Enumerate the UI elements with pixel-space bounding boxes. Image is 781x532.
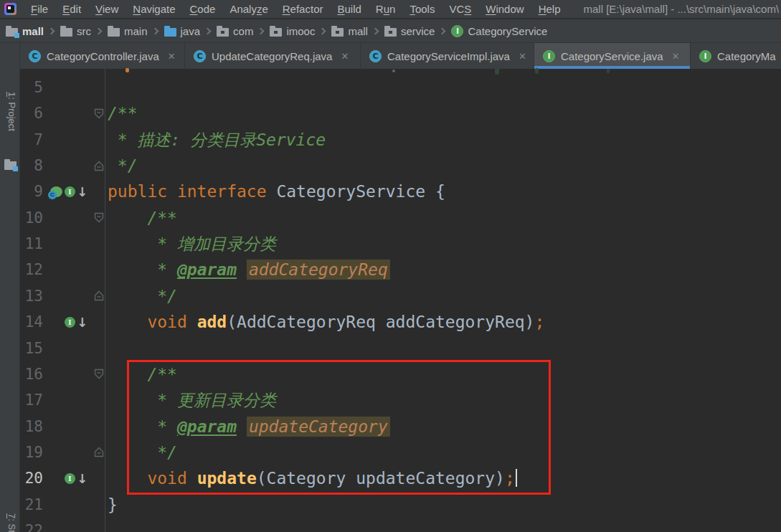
tab-categoryservice-java[interactable]: ICategoryService.java✕	[534, 43, 691, 69]
editor-line-6: 6/**	[20, 100, 781, 127]
menu-code[interactable]: Code	[183, 3, 223, 15]
code-text: void add(AddCategoryReq addCategoryReq);	[108, 309, 781, 335]
tool-window-button-structure[interactable]: 7: Structure	[6, 513, 17, 532]
source-folder-icon	[164, 28, 176, 37]
breadcrumb-item-main[interactable]: main	[108, 25, 148, 37]
line-number[interactable]: 7	[23, 127, 43, 153]
line-number[interactable]: 15	[23, 336, 43, 361]
line-number[interactable]: 10	[23, 205, 43, 231]
tab-categoryma[interactable]: ICategoryMa	[691, 43, 781, 69]
breadcrumb: mallsrcmainjavacomimoocmallserviceICateg…	[0, 19, 781, 43]
implemented-gutter-icon[interactable]: I↓	[65, 317, 87, 328]
interface-implemented-gutter-icon[interactable]: CI↓	[50, 186, 87, 197]
menu-help[interactable]: Help	[531, 3, 568, 15]
tab-label: CategoryService.java	[561, 50, 663, 62]
line-number[interactable]: 16	[23, 361, 43, 387]
menu-analyze[interactable]: Analyze	[222, 3, 275, 15]
menu-refactor[interactable]: Refactor	[275, 3, 331, 15]
line-number[interactable]: 9	[23, 179, 43, 204]
line-number[interactable]: 12	[23, 257, 43, 282]
interface-icon: I	[451, 25, 463, 37]
partial-line-artifact	[126, 68, 129, 72]
breadcrumb-label: mall	[22, 25, 44, 37]
menu-run[interactable]: Run	[369, 3, 403, 15]
tab-close-icon[interactable]: ✕	[517, 51, 528, 62]
tab-close-icon[interactable]: ✕	[166, 51, 177, 62]
line-number[interactable]: 20	[23, 465, 43, 491]
menu-bar: FileEditViewNavigateCodeAnalyzeRefactorB…	[0, 0, 781, 19]
code-text: */	[108, 440, 781, 465]
fold-marker-up-icon[interactable]	[93, 153, 105, 179]
editor-line-8: 8 */	[20, 153, 781, 179]
tab-categoryserviceimpl-java[interactable]: CCategoryServiceImpl.java✕	[361, 43, 534, 69]
editor-line-17: 17 * 更新目录分类	[20, 387, 781, 414]
code-text: /**	[108, 100, 781, 126]
menu-edit[interactable]: Edit	[55, 3, 88, 15]
ide-window: FileEditViewNavigateCodeAnalyzeRefactorB…	[0, 0, 781, 532]
line-number[interactable]: 14	[23, 309, 43, 335]
tab-label: CategoryController.java	[47, 50, 159, 62]
line-number[interactable]: 5	[23, 75, 43, 100]
code-text: */	[108, 283, 781, 309]
menu-vcs[interactable]: VCS	[442, 3, 478, 15]
tab-label: CategoryMa	[717, 50, 776, 62]
breadcrumb-item-mall[interactable]: mall	[6, 25, 44, 37]
breadcrumb-item-com[interactable]: com	[217, 25, 253, 37]
editor-tab-bar: CCategoryController.java✕CUpdateCategory…	[20, 43, 781, 69]
line-number[interactable]: 17	[23, 387, 43, 413]
line-number[interactable]: 13	[23, 283, 43, 309]
menu-view[interactable]: View	[88, 3, 126, 15]
code-editor[interactable]: 56/**7 * 描述: 分类目录Service8 */9CI↓public i…	[20, 69, 781, 532]
menu-tools[interactable]: Tools	[402, 3, 442, 15]
class-badge-icon: C	[48, 191, 57, 199]
breadcrumb-item-imooc[interactable]: imooc	[270, 25, 315, 37]
tab-close-icon[interactable]: ✕	[339, 51, 350, 62]
breadcrumb-item-mall[interactable]: mall	[331, 25, 368, 37]
tool-window-button-project[interactable]: 1: Project	[6, 92, 17, 131]
line-number[interactable]: 19	[23, 440, 43, 465]
breadcrumb-item-CategoryService[interactable]: ICategoryService	[451, 25, 547, 37]
code-text: }	[108, 492, 781, 518]
menu-build[interactable]: Build	[330, 3, 368, 15]
breadcrumb-item-service[interactable]: service	[384, 25, 435, 37]
line-number[interactable]: 18	[23, 414, 43, 440]
breadcrumb-label: imooc	[286, 25, 315, 37]
implemented-gutter-icon[interactable]: I↓	[65, 473, 87, 484]
breadcrumb-separator-icon	[439, 27, 446, 34]
line-number[interactable]: 11	[23, 231, 43, 257]
breadcrumb-label: CategoryService	[468, 25, 547, 37]
project-folder-icon[interactable]	[4, 161, 16, 170]
line-number[interactable]: 6	[23, 100, 43, 126]
fold-marker-up-icon[interactable]	[93, 440, 105, 465]
fold-marker-down-icon[interactable]	[93, 100, 105, 126]
tab-categorycontroller-java[interactable]: CCategoryController.java✕	[20, 43, 185, 69]
folder-folder-icon	[60, 28, 72, 37]
tab-label: CategoryServiceImpl.java	[387, 50, 510, 62]
line-number[interactable]: 22	[23, 518, 43, 532]
tab-updatecategoryreq-java[interactable]: CUpdateCategoryReq.java✕	[185, 43, 361, 69]
implemented-gutter-icon[interactable]: I↓	[65, 186, 87, 197]
editor-line-14: 14I↓ void add(AddCategoryReq addCategory…	[20, 309, 781, 336]
package-folder-icon	[217, 28, 229, 37]
folder-folder-icon	[108, 28, 120, 37]
menu-window[interactable]: Window	[478, 3, 531, 15]
tab-close-icon[interactable]: ✕	[671, 51, 681, 62]
breadcrumb-item-src[interactable]: src	[60, 25, 91, 37]
editor-line-20: 20I↓ void update(Category updateCategory…	[20, 465, 781, 492]
fold-marker-down-icon[interactable]	[93, 361, 105, 387]
breadcrumb-label: service	[401, 25, 435, 37]
line-number[interactable]: 21	[23, 492, 43, 518]
window-title: mall [E:\java\mall] - ...\src\main\java\…	[584, 3, 780, 15]
fold-marker-up-icon[interactable]	[93, 283, 105, 309]
line-number[interactable]: 8	[23, 153, 43, 179]
breadcrumb-separator-icon	[319, 27, 326, 34]
code-text: * 增加目录分类	[108, 231, 781, 257]
menu-navigate[interactable]: Navigate	[126, 3, 182, 15]
menu-file[interactable]: File	[24, 3, 55, 15]
tab-label: UpdateCategoryReq.java	[212, 50, 332, 62]
fold-marker-down-icon[interactable]	[93, 205, 105, 231]
project-folder-icon	[6, 28, 18, 37]
editor-line-13: 13 */	[20, 283, 781, 310]
code-text: */	[108, 153, 781, 179]
breadcrumb-item-java[interactable]: java	[164, 25, 201, 37]
